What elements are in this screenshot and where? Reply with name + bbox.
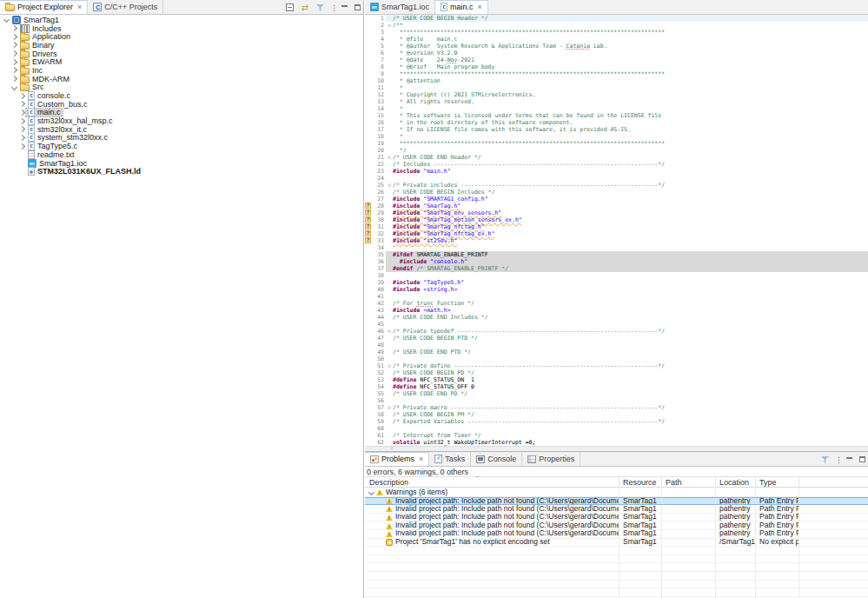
chevron-right-icon[interactable] <box>18 144 26 149</box>
problem-row[interactable]: Invalid project path: Include path not f… <box>365 505 868 514</box>
code-line[interactable]: 21⊖/* USER CODE END Header */ <box>365 154 868 161</box>
problem-row[interactable]: Project 'SmarTag1' has no explicit encod… <box>365 539 868 548</box>
minimize-icon[interactable] <box>341 4 348 11</box>
filter-icon[interactable] <box>316 3 324 11</box>
code-line[interactable]: 41 <box>365 293 868 300</box>
code-line[interactable]: 42/* For trunc Function */ <box>365 300 868 307</box>
tree-item-application[interactable]: Application <box>0 32 363 41</box>
tree-item-binary[interactable]: Binary <box>0 41 363 50</box>
code-line[interactable]: 61/* Interrupt from Timer */ <box>365 432 868 439</box>
code-line[interactable]: 47/* USER CODE BEGIN PTD */ <box>365 335 868 342</box>
code-line[interactable]: 7 * @date 24-Nov-2021 <box>365 56 868 63</box>
explorer-tab-project-explorer[interactable]: Project Explorer <box>0 0 88 14</box>
tree-item-ewarm[interactable]: EWARM <box>0 57 363 66</box>
code-line[interactable]: 60 <box>365 425 868 432</box>
code-line[interactable]: 17 * If no LICENSE file comes with this … <box>365 126 868 133</box>
chevron-right-icon[interactable] <box>18 102 26 106</box>
chevron-right-icon[interactable] <box>18 110 26 115</box>
code-line[interactable]: 31#include "SmarTag_nfctag.h" <box>365 223 868 230</box>
tree-item-mdk-arm[interactable]: MDK-ARM <box>0 75 363 83</box>
tree-item-stm32l0xx-it-c[interactable]: stm32l0xx_it.c <box>0 125 363 134</box>
tree-item-smartag1[interactable]: SmarTag1 <box>0 16 363 24</box>
code-line[interactable]: 12 * Copyright (c) 2021 STMicroelectroni… <box>365 91 868 98</box>
code-line[interactable]: 62volatile uint32_t WakeUpTimerInterrupt… <box>365 439 868 446</box>
chevron-right-icon[interactable] <box>10 35 18 39</box>
code-line[interactable]: 15 * This software is licensed under ter… <box>365 112 868 119</box>
code-line[interactable]: 9 **************************************… <box>365 70 868 77</box>
tree-item-src[interactable]: Src <box>0 83 363 92</box>
close-icon[interactable] <box>76 3 82 11</box>
code-line[interactable]: 46⊖/* Private typedef ------------------… <box>365 328 868 335</box>
code-line[interactable]: 49/* USER CODE END PTD */ <box>365 349 868 355</box>
maximize-icon[interactable] <box>859 456 865 462</box>
chevron-down-icon[interactable] <box>10 85 18 90</box>
column-header-description[interactable]: Description <box>365 477 620 487</box>
chevron-right-icon[interactable] <box>10 68 18 72</box>
problems-tab-problems[interactable]: Problems <box>365 452 429 466</box>
tree-item-system-stm32l0xx-c[interactable]: system_stm32l0xx.c <box>0 134 363 143</box>
code-line[interactable]: 50 <box>365 355 868 362</box>
problem-row[interactable]: Invalid project path: Include path not f… <box>365 530 868 539</box>
fold-collapse-icon[interactable]: ⊖ <box>386 362 393 369</box>
code-line[interactable]: 35#ifdef SMARTAG_ENABLE_PRINTF <box>365 251 868 258</box>
chevron-down-icon[interactable] <box>3 17 10 22</box>
code-line[interactable]: 2⊖/** <box>365 22 868 29</box>
chevron-down-icon[interactable] <box>369 488 374 496</box>
code-line[interactable]: 19 *************************************… <box>365 140 868 147</box>
code-line[interactable]: 24 <box>365 175 868 182</box>
tree-item-custom-bus-c[interactable]: Custom_bus.c <box>0 100 363 109</box>
code-line[interactable]: 45 <box>365 321 868 328</box>
code-line[interactable]: 22/* Includes --------------------------… <box>365 161 868 168</box>
code-line[interactable]: 14 * <box>365 105 868 112</box>
code-line[interactable]: 54#define NFC_STATUS_OFF 0 <box>365 383 868 390</box>
code-line[interactable]: 55/* USER CODE END PD */ <box>365 390 868 397</box>
warnings-group-row[interactable]: Warnings (6 items) <box>365 488 868 497</box>
tree-item-inc[interactable]: Inc <box>0 66 363 75</box>
tree-item-stm32l031k6ux-flash-ld[interactable]: STM32L031K6UX_FLASH.ld <box>0 167 363 176</box>
code-line[interactable]: 28#include "SmarTag.h" <box>365 203 868 209</box>
tree-item-drivers[interactable]: Drivers <box>0 50 363 58</box>
fold-collapse-icon[interactable]: ⊖ <box>386 154 393 161</box>
editor-tab-main-c[interactable]: main.c <box>435 0 488 14</box>
code-line[interactable]: 10 * @attention <box>365 77 868 84</box>
chevron-right-icon[interactable] <box>10 60 18 64</box>
code-line[interactable]: 5 * @author System Research & Applicatio… <box>365 43 868 50</box>
minimize-icon[interactable] <box>846 456 853 463</box>
problems-tab-properties[interactable]: Properties <box>522 452 580 466</box>
code-line[interactable]: 18 * <box>365 133 868 140</box>
code-line[interactable]: 38 <box>365 272 868 279</box>
code-line[interactable]: 13 * All rights reserved. <box>365 98 868 105</box>
code-line[interactable]: 23#include "main.h" <box>365 168 868 175</box>
view-menu-icon[interactable] <box>835 455 840 464</box>
fold-collapse-icon[interactable]: ⊖ <box>386 404 393 411</box>
fold-collapse-icon[interactable]: ⊖ <box>386 328 393 335</box>
code-line[interactable]: 27#include "SMARTAG1_config.h" <box>365 196 868 203</box>
code-line[interactable]: 53#define NFC_STATUS_ON 1 <box>365 376 868 383</box>
code-line[interactable]: 48 <box>365 342 868 349</box>
chevron-right-icon[interactable] <box>18 127 26 131</box>
collapse-all-icon[interactable] <box>286 3 294 11</box>
code-line[interactable]: 25⊖/* Private includes -----------------… <box>365 182 868 189</box>
chevron-right-icon[interactable] <box>18 94 26 98</box>
tree-item-readme-txt[interactable]: readme.txt <box>0 150 363 159</box>
view-menu-icon[interactable] <box>330 3 335 12</box>
code-line[interactable]: 34 <box>365 244 868 251</box>
tree-item-tagtype5-c[interactable]: TagType5.c <box>0 142 363 150</box>
code-line[interactable]: 30#include "SmarTag_motion_sensors_ex.h" <box>365 216 868 223</box>
problems-tab-console[interactable]: Console <box>471 452 522 466</box>
problem-row[interactable]: Invalid project path: Include path not f… <box>365 522 868 530</box>
code-line[interactable]: 58/* USER CODE BEGIN PM */ <box>365 411 868 418</box>
code-line[interactable]: 11 * <box>365 84 868 91</box>
code-line[interactable]: 57⊖/* Private macro --------------------… <box>365 404 868 411</box>
chevron-right-icon[interactable] <box>18 119 26 123</box>
column-header-resource[interactable]: Resource <box>620 477 662 487</box>
code-line[interactable]: 37#endif /* SMARTAG_ENABLE_PRINTF */ <box>365 265 868 272</box>
code-line[interactable]: 20 */ <box>365 147 868 154</box>
fold-collapse-icon[interactable]: ⊖ <box>386 22 393 29</box>
code-line[interactable]: 52/* USER CODE BEGIN PD */ <box>365 369 868 376</box>
code-line[interactable]: 8 * @brief Main program body <box>365 63 868 70</box>
chevron-right-icon[interactable] <box>10 76 18 81</box>
tree-item-includes[interactable]: Includes <box>0 24 363 33</box>
column-header-type[interactable]: Type <box>756 477 799 487</box>
code-line[interactable]: 39#include "TagType5.h" <box>365 279 868 286</box>
